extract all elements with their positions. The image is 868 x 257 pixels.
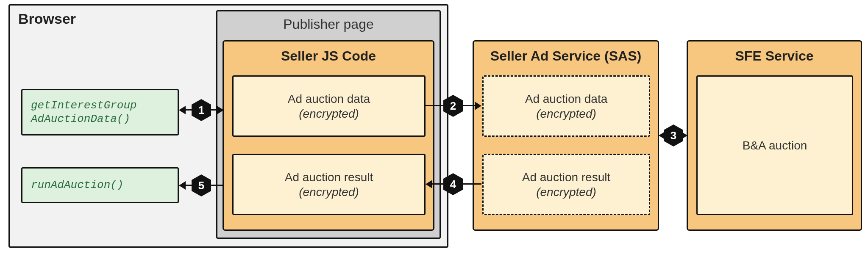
publisher-page-title: Publisher page [217, 17, 440, 32]
seller-js-result-sub: (encrypted) [299, 185, 359, 199]
api-line1: getInterestGroup [31, 99, 137, 113]
seller-js-result-box: Ad auction result (encrypted) [232, 154, 426, 215]
sfe-title: SFE Service [688, 48, 861, 64]
step-2-num: 2 [450, 99, 456, 113]
seller-js-data-sub: (encrypted) [299, 106, 359, 121]
step-4-num: 4 [450, 178, 456, 191]
step-badge-3: 3 [664, 124, 683, 146]
api-line2: AdAuctionData() [31, 112, 137, 126]
seller-js-container: Seller JS Code Ad auction data (encrypte… [223, 40, 434, 231]
arrow-1-head-l [179, 106, 186, 114]
sfe-container: SFE Service B&A auction [687, 40, 862, 231]
arrow-5-head [179, 181, 186, 190]
step-3-num: 3 [670, 129, 676, 142]
api-get-interest-group: getInterestGroup AdAuctionData() [21, 89, 179, 135]
sas-data-box: Ad auction data (encrypted) [482, 75, 650, 137]
arrow-2-head [475, 102, 481, 110]
api-run-ad-auction: runAdAuction() [21, 167, 179, 203]
sas-title: Seller Ad Service (SAS) [474, 48, 658, 64]
seller-js-data-box: Ad auction data (encrypted) [232, 75, 426, 137]
step-1-num: 1 [198, 104, 204, 117]
sas-result-label: Ad auction result [522, 170, 611, 185]
sas-result-sub: (encrypted) [536, 185, 596, 199]
sfe-ba-box: B&A auction [696, 75, 853, 215]
sas-container: Seller Ad Service (SAS) Ad auction data … [473, 40, 659, 231]
api2-text: runAdAuction() [31, 178, 123, 192]
arrow-1-head-r [217, 106, 224, 114]
step-5-num: 5 [198, 179, 204, 192]
sfe-content: B&A auction [743, 138, 807, 153]
seller-js-result-label: Ad auction result [285, 170, 373, 185]
sas-data-label: Ad auction data [525, 91, 608, 106]
browser-title: Browser [18, 11, 76, 27]
seller-js-data-label: Ad auction data [288, 91, 370, 106]
sas-data-sub: (encrypted) [536, 106, 596, 121]
sas-result-box: Ad auction result (encrypted) [482, 154, 650, 215]
arrow-4-head [426, 180, 432, 188]
seller-js-title: Seller JS Code [224, 48, 433, 64]
